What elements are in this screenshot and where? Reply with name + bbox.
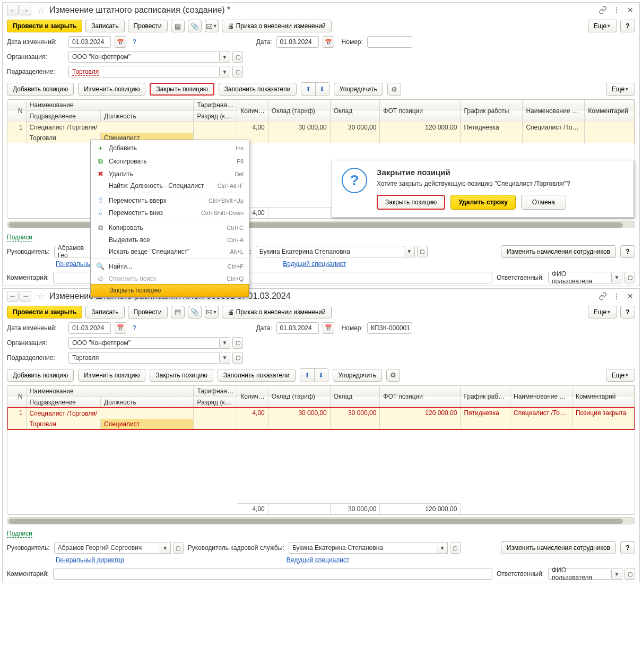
date-help-link-2[interactable]: ? [133, 324, 136, 332]
table-more-button-2[interactable]: Еще [606, 369, 635, 382]
context-menu-item[interactable]: 🔍Найти...Ctrl+F [91, 260, 249, 272]
col2-fot[interactable]: ФОТ позиции [380, 386, 461, 408]
head-open-icon[interactable]: ▢ [173, 542, 184, 554]
calendar-icon-2[interactable]: 📅 [323, 36, 334, 48]
col-qty[interactable]: Колич. ставок [237, 100, 268, 122]
col2-pos[interactable]: Должность [100, 397, 193, 408]
table-more-button[interactable]: Еще [606, 83, 635, 96]
head-title-link[interactable]: Генеральный [56, 260, 95, 268]
edit-position-button-2[interactable]: Изменить позицию [78, 369, 145, 382]
hr-dropdown-icon-2[interactable]: ▼ [437, 542, 448, 554]
post-and-close-button[interactable]: Провести и закрыть [7, 20, 82, 32]
col2-name[interactable]: Наименование [26, 386, 194, 397]
signatures-link[interactable]: Подписи [7, 234, 32, 242]
col-name[interactable]: Наименование [26, 100, 194, 111]
col-schedule[interactable]: График работы [461, 100, 523, 122]
organization-combo[interactable]: ООО "Конфетпром" ▼ ▢ [68, 51, 243, 63]
responsible-input-2[interactable]: ФИО пользователя [548, 568, 612, 580]
combo-dropdown-icon-3[interactable]: ▼ [220, 337, 230, 349]
col-comment[interactable]: Комментарий [585, 100, 635, 122]
col2-rank[interactable]: Разряд (кат... [194, 397, 237, 408]
context-menu-item[interactable]: Выделить всеCtrl+A [91, 234, 249, 246]
calendar-icon-4[interactable]: 📅 [323, 322, 334, 334]
help-button[interactable]: ? [620, 20, 635, 32]
hr-open-icon[interactable]: ▢ [417, 246, 428, 257]
context-menu-item[interactable]: ⧉КопироватьCtrl+C [91, 221, 249, 234]
favorite-star-icon[interactable]: ☆ [36, 5, 46, 15]
horizontal-scrollbar-2[interactable] [7, 517, 635, 524]
order-changes-button[interactable]: 🖨 Приказ о внесении изменений [222, 20, 332, 32]
attachment-icon-button[interactable]: 📎 [188, 20, 202, 32]
date-help-link[interactable]: ? [133, 38, 136, 46]
col2-rate[interactable]: Оклад (тариф) [268, 386, 330, 408]
organization-combo-2[interactable]: ООО "Конфетпром" ▼ ▢ [68, 337, 243, 349]
move-up-button-2[interactable]: ⬆ [300, 369, 314, 382]
department-combo-2[interactable]: Торговля ▼ ▢ [68, 352, 243, 364]
head-input-2[interactable]: Абрамов Георгий Сергеевич [54, 542, 160, 554]
hr-open-icon-2[interactable]: ▢ [450, 542, 461, 554]
combo-open-icon-2[interactable]: ▢ [232, 66, 243, 77]
dialog-delete-row-button[interactable]: Удалить строку [450, 195, 515, 210]
context-menu-item[interactable]: ✖УдалитьDel [91, 168, 249, 180]
sort-button-2[interactable]: Упорядочить [333, 369, 382, 382]
write-button-2[interactable]: Записать [85, 306, 124, 318]
calendar-icon-3[interactable]: 📅 [115, 322, 126, 334]
col-n[interactable]: N [7, 100, 26, 122]
move-down-button-2[interactable]: ⬇ [314, 369, 328, 382]
forward-button[interactable]: → [20, 5, 31, 15]
back-button[interactable]: ← [7, 5, 19, 15]
help-button-2[interactable]: ? [620, 306, 635, 318]
post-button[interactable]: Провести [128, 20, 168, 32]
responsible-input[interactable]: ФИО пользователя [548, 272, 612, 283]
more-button-2[interactable]: Еще [588, 306, 617, 318]
table-row[interactable]: 1 Специалист /Торговля/ 4,00 30 000,00 3… [7, 122, 635, 133]
context-menu-item[interactable]: ⇧Переместить вверхCtrl+Shift+Up [91, 194, 249, 206]
col-tarif[interactable]: Тарифная г... [194, 100, 237, 111]
close-window-icon-2[interactable]: ✕ [626, 291, 635, 301]
close-window-icon[interactable]: ✕ [626, 5, 635, 15]
context-menu-item[interactable]: Закрыть позицию [91, 284, 249, 297]
sort-button[interactable]: Упорядочить [334, 83, 383, 96]
number-input[interactable] [367, 36, 412, 48]
col-pos[interactable]: Должность [100, 111, 193, 122]
settings-icon-button[interactable]: ⚙ [387, 83, 401, 96]
document-icon-button[interactable]: ▤ [171, 20, 185, 32]
hr-dropdown-icon[interactable]: ▼ [404, 246, 415, 257]
favorite-star-icon-2[interactable]: ☆ [36, 291, 46, 301]
head-input[interactable]: Абрамов Гео [54, 246, 91, 257]
close-position-button[interactable]: Закрыть позицию [150, 83, 214, 96]
combo-dropdown-icon-2[interactable]: ▼ [220, 66, 230, 77]
fill-indicators-button[interactable]: Заполнить показатели [219, 83, 297, 96]
department-combo[interactable]: Торговля ▼ ▢ [68, 66, 243, 77]
col2-comment[interactable]: Комментарий [572, 386, 634, 408]
move-down-button[interactable]: ⬇ [315, 83, 329, 96]
head-dropdown-icon[interactable]: ▼ [160, 542, 171, 554]
edit-position-button[interactable]: Изменить позицию [78, 83, 145, 96]
col-rank[interactable]: Разряд (кат... [194, 111, 237, 122]
signatures-link-2[interactable]: Подписи [7, 530, 32, 538]
col2-n[interactable]: N [7, 386, 26, 408]
folder-icon-button[interactable]: 🖂 [205, 20, 219, 32]
forward-button-2[interactable]: → [20, 291, 31, 301]
resp-open-icon[interactable]: ▢ [624, 272, 635, 283]
date-input-2[interactable]: 01.03.2024 [276, 322, 319, 334]
col-dept[interactable]: Подразделение [26, 111, 100, 122]
post-button-2[interactable]: Провести [128, 306, 168, 318]
post-and-close-button-2[interactable]: Провести и закрыть [7, 306, 82, 318]
back-button-2[interactable]: ← [7, 291, 19, 301]
context-menu-item[interactable]: ⧉СкопироватьF9 [91, 155, 249, 168]
combo-open-icon-4[interactable]: ▢ [232, 352, 243, 364]
col2-dept[interactable]: Подразделение [26, 397, 100, 408]
combo-dropdown-icon[interactable]: ▼ [220, 51, 230, 63]
hr-title-link[interactable]: Ведущий специалист [283, 260, 346, 268]
more-button[interactable]: Еще [588, 20, 617, 32]
col2-schedule[interactable]: График работы [461, 386, 510, 408]
col2-fullname[interactable]: Наименование полное [510, 386, 572, 408]
link-icon[interactable] [598, 5, 608, 15]
more-options-icon[interactable]: ⋮ [612, 5, 621, 15]
col2-qty[interactable]: Колич. ставок [237, 386, 268, 408]
accruals-help-button-2[interactable]: ? [620, 541, 635, 554]
attachment-icon-button-2[interactable]: 📎 [188, 306, 202, 318]
combo-dropdown-icon-4[interactable]: ▼ [220, 352, 230, 364]
document-icon-button-2[interactable]: ▤ [171, 306, 185, 318]
